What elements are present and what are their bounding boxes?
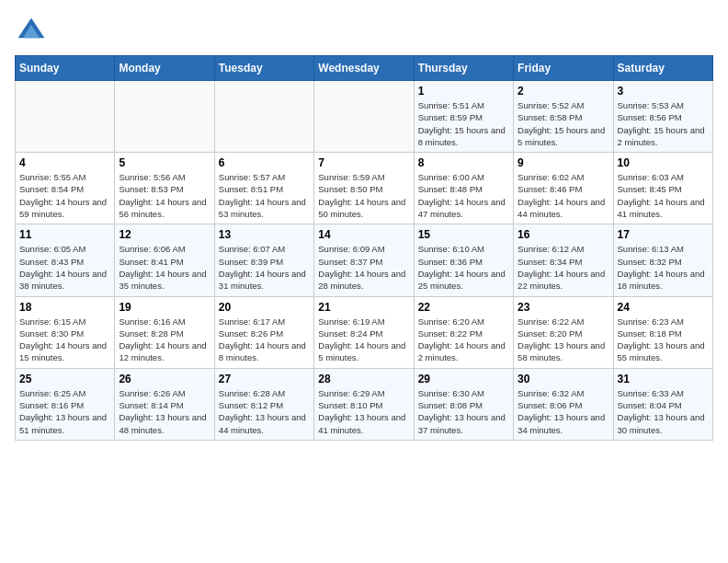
calendar-cell: 30Sunrise: 6:32 AM Sunset: 8:06 PM Dayli…: [514, 368, 613, 440]
day-number: 25: [19, 373, 110, 385]
calendar-cell: 24Sunrise: 6:23 AM Sunset: 8:18 PM Dayli…: [613, 296, 712, 368]
day-info: Sunrise: 6:19 AM Sunset: 8:24 PM Dayligh…: [318, 316, 409, 364]
calendar-cell: 11Sunrise: 6:05 AM Sunset: 8:43 PM Dayli…: [16, 224, 115, 296]
calendar-week-row: 18Sunrise: 6:15 AM Sunset: 8:30 PM Dayli…: [16, 296, 713, 368]
day-info: Sunrise: 6:28 AM Sunset: 8:12 PM Dayligh…: [219, 387, 310, 436]
logo-icon: [15, 15, 48, 48]
day-number: 23: [518, 301, 609, 314]
day-info: Sunrise: 6:16 AM Sunset: 8:28 PM Dayligh…: [119, 316, 210, 364]
calendar-table: SundayMondayTuesdayWednesdayThursdayFrid…: [15, 55, 713, 441]
calendar-cell: 16Sunrise: 6:12 AM Sunset: 8:34 PM Dayli…: [514, 224, 613, 296]
calendar-cell: 23Sunrise: 6:22 AM Sunset: 8:20 PM Dayli…: [514, 296, 613, 368]
calendar-header: SundayMondayTuesdayWednesdayThursdayFrid…: [16, 56, 713, 81]
calendar-cell: 29Sunrise: 6:30 AM Sunset: 8:08 PM Dayli…: [414, 368, 513, 440]
day-info: Sunrise: 6:29 AM Sunset: 8:10 PM Dayligh…: [318, 387, 409, 436]
day-number: 4: [19, 156, 110, 169]
day-info: Sunrise: 5:55 AM Sunset: 8:54 PM Dayligh…: [19, 171, 110, 220]
day-info: Sunrise: 6:06 AM Sunset: 8:41 PM Dayligh…: [119, 243, 210, 292]
weekday-row: SundayMondayTuesdayWednesdayThursdayFrid…: [16, 56, 713, 81]
day-info: Sunrise: 6:23 AM Sunset: 8:18 PM Dayligh…: [618, 316, 709, 364]
day-number: 14: [318, 228, 409, 241]
day-info: Sunrise: 6:07 AM Sunset: 8:39 PM Dayligh…: [219, 243, 310, 292]
day-number: 5: [119, 156, 210, 169]
day-info: Sunrise: 6:20 AM Sunset: 8:22 PM Dayligh…: [418, 316, 509, 364]
calendar-week-row: 11Sunrise: 6:05 AM Sunset: 8:43 PM Dayli…: [16, 224, 713, 296]
day-info: Sunrise: 6:10 AM Sunset: 8:36 PM Dayligh…: [418, 243, 509, 292]
day-number: 28: [318, 373, 409, 385]
day-number: 16: [518, 228, 609, 241]
logo: [15, 15, 51, 48]
calendar-week-row: 25Sunrise: 6:25 AM Sunset: 8:16 PM Dayli…: [16, 368, 713, 440]
calendar-cell: 17Sunrise: 6:13 AM Sunset: 8:32 PM Dayli…: [613, 224, 712, 296]
weekday-header: Saturday: [613, 56, 712, 81]
calendar-cell: 12Sunrise: 6:06 AM Sunset: 8:41 PM Dayli…: [115, 224, 214, 296]
day-info: Sunrise: 6:33 AM Sunset: 8:04 PM Dayligh…: [618, 387, 709, 436]
day-info: Sunrise: 6:22 AM Sunset: 8:20 PM Dayligh…: [518, 316, 609, 364]
day-info: Sunrise: 6:30 AM Sunset: 8:08 PM Dayligh…: [418, 387, 509, 436]
day-info: Sunrise: 5:57 AM Sunset: 8:51 PM Dayligh…: [219, 171, 310, 220]
calendar-cell: [214, 81, 313, 153]
day-number: 19: [119, 301, 210, 314]
day-number: 11: [19, 228, 110, 241]
calendar-cell: 4Sunrise: 5:55 AM Sunset: 8:54 PM Daylig…: [16, 153, 115, 224]
day-info: Sunrise: 6:05 AM Sunset: 8:43 PM Dayligh…: [19, 243, 110, 292]
day-info: Sunrise: 5:52 AM Sunset: 8:58 PM Dayligh…: [518, 99, 609, 148]
page-header: [15, 15, 713, 48]
day-info: Sunrise: 5:51 AM Sunset: 8:59 PM Dayligh…: [418, 99, 509, 148]
calendar-cell: 21Sunrise: 6:19 AM Sunset: 8:24 PM Dayli…: [314, 296, 414, 368]
calendar-week-row: 1Sunrise: 5:51 AM Sunset: 8:59 PM Daylig…: [16, 81, 713, 153]
day-info: Sunrise: 5:53 AM Sunset: 8:56 PM Dayligh…: [618, 99, 709, 148]
calendar-cell: 19Sunrise: 6:16 AM Sunset: 8:28 PM Dayli…: [115, 296, 214, 368]
calendar-cell: [115, 81, 214, 153]
day-number: 24: [618, 301, 709, 314]
day-number: 29: [418, 373, 509, 385]
calendar-cell: 9Sunrise: 6:02 AM Sunset: 8:46 PM Daylig…: [514, 153, 613, 224]
day-number: 26: [119, 373, 210, 385]
calendar-cell: [314, 81, 414, 153]
day-info: Sunrise: 6:12 AM Sunset: 8:34 PM Dayligh…: [518, 243, 609, 292]
day-number: 9: [518, 156, 609, 169]
weekday-header: Friday: [514, 56, 613, 81]
day-number: 10: [618, 156, 709, 169]
calendar-cell: 25Sunrise: 6:25 AM Sunset: 8:16 PM Dayli…: [16, 368, 115, 440]
day-number: 2: [518, 85, 609, 98]
calendar-cell: 7Sunrise: 5:59 AM Sunset: 8:50 PM Daylig…: [314, 153, 414, 224]
day-number: 7: [318, 156, 409, 169]
day-number: 17: [618, 228, 709, 241]
day-info: Sunrise: 6:02 AM Sunset: 8:46 PM Dayligh…: [518, 171, 609, 220]
weekday-header: Tuesday: [214, 56, 313, 81]
day-info: Sunrise: 6:17 AM Sunset: 8:26 PM Dayligh…: [219, 316, 310, 364]
day-number: 3: [618, 85, 709, 98]
day-number: 1: [418, 85, 509, 98]
day-number: 8: [418, 156, 509, 169]
day-info: Sunrise: 5:56 AM Sunset: 8:53 PM Dayligh…: [119, 171, 210, 220]
day-number: 15: [418, 228, 509, 241]
calendar-cell: 13Sunrise: 6:07 AM Sunset: 8:39 PM Dayli…: [214, 224, 313, 296]
calendar-week-row: 4Sunrise: 5:55 AM Sunset: 8:54 PM Daylig…: [16, 153, 713, 224]
calendar-cell: 3Sunrise: 5:53 AM Sunset: 8:56 PM Daylig…: [613, 81, 712, 153]
calendar-cell: 31Sunrise: 6:33 AM Sunset: 8:04 PM Dayli…: [613, 368, 712, 440]
calendar-cell: 20Sunrise: 6:17 AM Sunset: 8:26 PM Dayli…: [214, 296, 313, 368]
weekday-header: Monday: [115, 56, 214, 81]
weekday-header: Sunday: [16, 56, 115, 81]
calendar-cell: 14Sunrise: 6:09 AM Sunset: 8:37 PM Dayli…: [314, 224, 414, 296]
calendar-cell: [16, 81, 115, 153]
calendar-cell: 8Sunrise: 6:00 AM Sunset: 8:48 PM Daylig…: [414, 153, 513, 224]
day-info: Sunrise: 6:26 AM Sunset: 8:14 PM Dayligh…: [119, 387, 210, 436]
day-info: Sunrise: 6:32 AM Sunset: 8:06 PM Dayligh…: [518, 387, 609, 436]
calendar-cell: 1Sunrise: 5:51 AM Sunset: 8:59 PM Daylig…: [414, 81, 513, 153]
day-info: Sunrise: 6:13 AM Sunset: 8:32 PM Dayligh…: [618, 243, 709, 292]
day-number: 18: [19, 301, 110, 314]
day-number: 27: [219, 373, 310, 385]
day-info: Sunrise: 6:03 AM Sunset: 8:45 PM Dayligh…: [618, 171, 709, 220]
calendar-cell: 6Sunrise: 5:57 AM Sunset: 8:51 PM Daylig…: [214, 153, 313, 224]
day-number: 6: [219, 156, 310, 169]
day-number: 22: [418, 301, 509, 314]
calendar-cell: 10Sunrise: 6:03 AM Sunset: 8:45 PM Dayli…: [613, 153, 712, 224]
day-info: Sunrise: 6:00 AM Sunset: 8:48 PM Dayligh…: [418, 171, 509, 220]
calendar-cell: 5Sunrise: 5:56 AM Sunset: 8:53 PM Daylig…: [115, 153, 214, 224]
calendar-cell: 15Sunrise: 6:10 AM Sunset: 8:36 PM Dayli…: [414, 224, 513, 296]
day-number: 31: [618, 373, 709, 385]
day-number: 20: [219, 301, 310, 314]
weekday-header: Wednesday: [314, 56, 414, 81]
